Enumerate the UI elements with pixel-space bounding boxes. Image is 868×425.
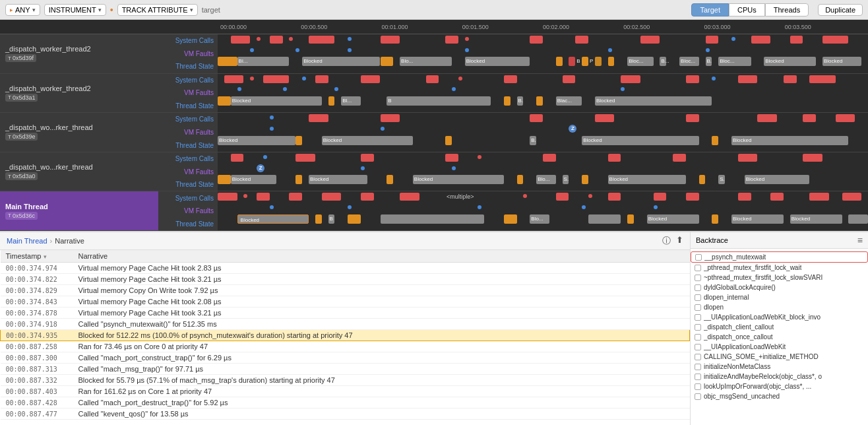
backtrace-item[interactable]: CALLING_SOME_+initialize_METHOD — [691, 352, 868, 362]
sublabel-threadstate-1: Thread State — [175, 63, 214, 70]
table-row[interactable]: 00:00.374.829 Virtual memory Copy On Wri… — [1, 285, 690, 296]
cell-narrative: Virtual memory Page Cache Hit took 2.83 … — [73, 263, 690, 274]
backtrace-item[interactable]: dlopen_internal — [691, 292, 868, 302]
view-tabs: Target CPUs Threads — [691, 3, 809, 16]
cell-timestamp: 00:00.374.822 — [1, 274, 73, 285]
table-row[interactable]: 00:00.887.477 Called "kevent_qos()" for … — [1, 409, 690, 420]
main-thread-id: 0x5d36c — [13, 212, 35, 219]
table-row[interactable]: 00:00.887.313 Called "mach_msg_trap()" f… — [1, 364, 690, 375]
backtrace-item[interactable]: _dispatch_once_callout — [691, 332, 868, 342]
separator-dot: • — [110, 5, 113, 15]
col-narrative-header[interactable]: Narrative — [73, 250, 690, 263]
tab-threads[interactable]: Threads — [765, 3, 809, 16]
track4-thread-id: 0x5d3a0 — [13, 173, 36, 180]
time-ruler[interactable]: 00:00.000 00:00.500 00:01.000 00:01.500 … — [218, 20, 868, 34]
cell-narrative: Virtual memory Copy On Write took 7.92 µ… — [73, 285, 690, 296]
duplicate-button[interactable]: Duplicate — [818, 4, 863, 16]
backtrace-item[interactable]: initializeNonMetaClass — [691, 362, 868, 372]
backtrace-item[interactable]: _dispatch_client_callout — [691, 322, 868, 332]
tab-cpus[interactable]: CPUs — [729, 3, 765, 16]
track4-vis[interactable]: Z Blocked Blocked Blocked Blo... S. — [218, 152, 868, 192]
backtrace-item[interactable]: dyldGlobalLockAcquire() — [691, 282, 868, 292]
backtrace-item-icon — [695, 254, 702, 261]
track3-name: _dispatch_wo...rker_thread — [5, 123, 153, 131]
breadcrumb-parent[interactable]: Main Thread — [7, 237, 47, 245]
table-row[interactable]: 00:00.374.822 Virtual memory Page Cache … — [1, 274, 690, 285]
track3-vis[interactable]: Z Blocked Blocked B. Blocked Blocked — [218, 113, 868, 152]
backtrace-item[interactable]: __UIApplicationLoadWebKit_block_invo — [691, 312, 868, 322]
table-row[interactable]: 00:00.887.403 Ran for 161.62 µs on Core … — [1, 386, 690, 397]
backtrace-item[interactable]: initializeAndMaybeRelock(objc_class*, o — [691, 372, 868, 381]
time-tick-2: 00:01.000 — [382, 24, 462, 30]
backtrace-item-icon — [695, 314, 701, 321]
sublabel-vmfaults-main: VM Faults — [184, 207, 214, 214]
cell-narrative: Virtual memory Page Cache Hit took 3.21 … — [73, 308, 690, 319]
main-thread-vis[interactable]: <multiple> — [218, 191, 868, 231]
backtrace-item-label: _pthread_mutex_firstfit_lock_wait — [704, 264, 801, 271]
track1-vis[interactable]: Bl... Blocked Blo... Blocked B P Bloc...… — [218, 34, 868, 74]
backtrace-item-label: dlopen — [704, 304, 724, 311]
sublabel-vmfaults-4: VM Faults — [184, 168, 214, 176]
time-tick-3: 00:01.500 — [462, 24, 543, 30]
backtrace-panel: Backtrace ≡ __psynch_mutexwait _pthread_… — [690, 232, 868, 425]
track3-thread-id: 0x5d39e — [13, 133, 36, 140]
cell-timestamp: 00:00.887.258 — [1, 341, 73, 352]
backtrace-item[interactable]: __psynch_mutexwait — [691, 251, 868, 263]
export-icon[interactable]: ⬆ — [676, 235, 683, 247]
instrument-button[interactable]: INSTRUMENT ▾ — [44, 4, 106, 16]
table-row[interactable]: 00:00.374.843 Virtual memory Page Cache … — [1, 296, 690, 308]
thread-icon2: T — [8, 94, 11, 100]
table-row[interactable]: 00:00.374.878 Virtual memory Page Cache … — [1, 308, 690, 319]
sublabel-syscalls-1: System Calls — [175, 37, 214, 44]
table-row[interactable]: 00:00.374.918 Called "psynch_mutexwait()… — [1, 319, 690, 330]
backtrace-item-label: objc_msgSend_uncached — [704, 393, 780, 400]
cell-narrative: Called "kevent_qos()" for 13.58 µs — [73, 409, 690, 420]
thread-icon4: T — [8, 174, 11, 180]
backtrace-item-label: initializeNonMetaClass — [704, 363, 770, 370]
backtrace-item[interactable]: _pthread_mutex_firstfit_lock_wait — [691, 263, 868, 273]
cell-timestamp: 00:00.887.477 — [1, 409, 73, 420]
any-filter-button[interactable]: ▸ ANY ▾ — [5, 4, 40, 16]
track2-name: _dispatch_worker_thread2 — [5, 84, 153, 92]
backtrace-item-label: dlopen_internal — [704, 294, 749, 301]
tab-target[interactable]: Target — [691, 3, 729, 16]
table-row[interactable]: 00:00.887.258 Ran for 73.46 µs on Core 0… — [1, 341, 690, 352]
cell-narrative: Called "mach_port_construct_trap()" for … — [73, 352, 690, 364]
table-row[interactable]: 00:00.887.428 Called "mach_port_destruct… — [1, 397, 690, 409]
table-row[interactable]: 00:00.887.300 Called "mach_port_construc… — [1, 352, 690, 364]
backtrace-item-label: __UIApplicationLoadWebKit — [704, 343, 786, 350]
cell-timestamp: 00:00.374.935 — [1, 330, 73, 341]
narrative-table[interactable]: Timestamp ▾ Narrative 00:00.374.974 Virt… — [0, 250, 690, 425]
backtrace-item-label: initializeAndMaybeRelock(objc_class*, o — [704, 373, 822, 380]
table-row[interactable]: 00:00.374.935 Blocked for 512.22 ms (100… — [1, 330, 690, 341]
track-attribute-label: TRACK ATTRIBUTE — [122, 6, 188, 14]
cell-timestamp: 00:00.374.843 — [1, 296, 73, 308]
sublabel-syscalls-3: System Calls — [175, 115, 214, 123]
backtrace-item-icon — [695, 265, 701, 271]
info-icon[interactable]: ⓘ — [662, 235, 671, 247]
backtrace-item[interactable]: objc_msgSend_uncached — [691, 391, 868, 401]
sublabel-vmfaults-2: VM Faults — [184, 89, 214, 96]
backtrace-item-label: __UIApplicationLoadWebKit_block_invo — [704, 313, 821, 321]
z-badge-track4: Z — [257, 164, 264, 172]
thread-icon1: T — [8, 55, 11, 61]
narrative-panel: Main Thread › Narrative ⓘ ⬆ Timestamp ▾ — [0, 232, 690, 425]
breadcrumb-separator: › — [50, 237, 53, 245]
col-timestamp-header[interactable]: Timestamp ▾ — [1, 250, 73, 263]
filter-icon[interactable]: ≡ — [857, 235, 863, 245]
track2-thread-id: 0x5d3a1 — [13, 94, 36, 101]
main-thread-badge: T 0x5d36c — [5, 212, 38, 220]
track2-vis[interactable]: Blocked Bl... B B. Blac... Blocked — [218, 74, 868, 114]
backtrace-item[interactable]: ~pthread_mutex_firstfit_lock_slowSVARI — [691, 273, 868, 282]
toolbar: ▸ ANY ▾ INSTRUMENT ▾ • TRACK ATTRIBUTE ▾… — [0, 0, 868, 20]
thread-icon-main: T — [8, 212, 11, 218]
backtrace-item[interactable]: dlopen — [691, 302, 868, 312]
backtrace-item[interactable]: __UIApplicationLoadWebKit — [691, 342, 868, 352]
backtrace-item-icon — [695, 393, 701, 400]
sort-icon: ▾ — [44, 253, 47, 260]
backtrace-item-label: __psynch_mutexwait — [704, 253, 766, 261]
track-attribute-button[interactable]: TRACK ATTRIBUTE ▾ — [117, 4, 198, 16]
backtrace-item[interactable]: lookUpImpOrForward(objc_class*, ... — [691, 381, 868, 391]
table-row[interactable]: 00:00.887.332 Blocked for 55.79 µs (57.1… — [1, 375, 690, 386]
table-row[interactable]: 00:00.374.974 Virtual memory Page Cache … — [1, 263, 690, 274]
